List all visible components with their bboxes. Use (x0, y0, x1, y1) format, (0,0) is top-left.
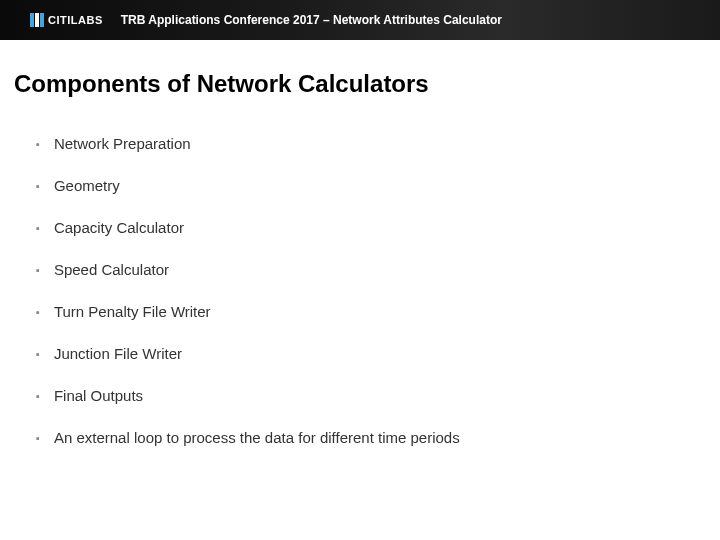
bullet-text: Geometry (54, 176, 120, 196)
bullet-text: Turn Penalty File Writer (54, 302, 211, 322)
bullet-icon: ▪ (36, 134, 40, 154)
logo-mark-icon (30, 13, 44, 27)
bullet-icon: ▪ (36, 344, 40, 364)
citilabs-logo: CITILABS (30, 13, 103, 27)
header-title: TRB Applications Conference 2017 – Netwo… (121, 13, 502, 27)
list-item: ▪ Final Outputs (36, 386, 706, 406)
list-item: ▪ Junction File Writer (36, 344, 706, 364)
bullet-text: Junction File Writer (54, 344, 182, 364)
logo-text: CITILABS (48, 14, 103, 26)
bullet-icon: ▪ (36, 218, 40, 238)
bullet-text: Final Outputs (54, 386, 143, 406)
list-item: ▪ An external loop to process the data f… (36, 428, 706, 448)
slide-content: Components of Network Calculators ▪ Netw… (0, 40, 720, 448)
bullet-text: Speed Calculator (54, 260, 169, 280)
bullet-text: Network Preparation (54, 134, 191, 154)
bullet-list: ▪ Network Preparation ▪ Geometry ▪ Capac… (14, 134, 706, 448)
slide-header: CITILABS TRB Applications Conference 201… (0, 0, 720, 40)
list-item: ▪ Turn Penalty File Writer (36, 302, 706, 322)
list-item: ▪ Network Preparation (36, 134, 706, 154)
list-item: ▪ Geometry (36, 176, 706, 196)
bullet-icon: ▪ (36, 386, 40, 406)
bullet-icon: ▪ (36, 428, 40, 448)
slide-title: Components of Network Calculators (14, 70, 706, 98)
bullet-icon: ▪ (36, 176, 40, 196)
bullet-text: An external loop to process the data for… (54, 428, 460, 448)
list-item: ▪ Speed Calculator (36, 260, 706, 280)
bullet-text: Capacity Calculator (54, 218, 184, 238)
list-item: ▪ Capacity Calculator (36, 218, 706, 238)
bullet-icon: ▪ (36, 260, 40, 280)
bullet-icon: ▪ (36, 302, 40, 322)
